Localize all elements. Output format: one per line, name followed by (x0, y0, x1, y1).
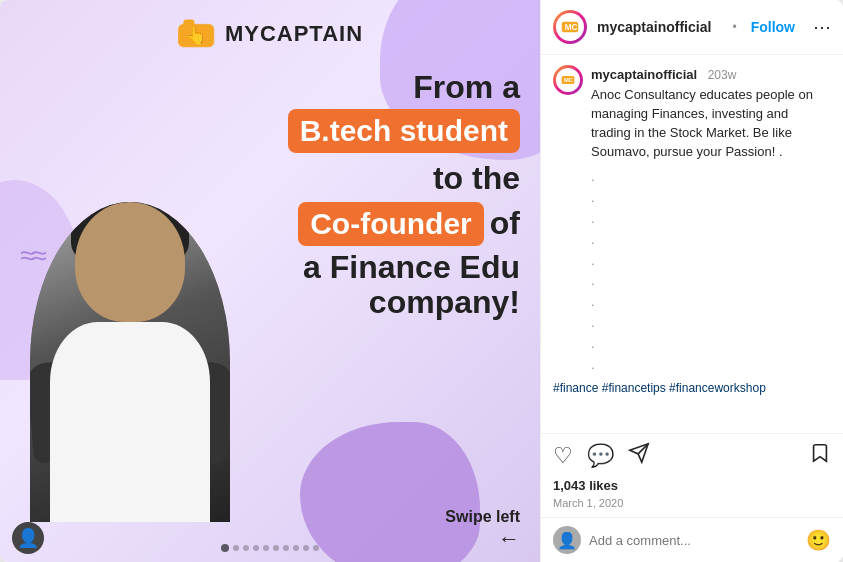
wavy-decoration: ≈≈ (20, 240, 43, 272)
post-highlight-1: B.tech student (288, 109, 520, 153)
actions-bar: ♡ 💬 (541, 433, 843, 476)
swipe-left-text: Swipe left (445, 508, 520, 526)
post-line-3: of (490, 205, 520, 242)
swipe-left-area: Swipe left ← (445, 508, 520, 552)
caption-username[interactable]: mycaptainofficial (591, 67, 697, 82)
svg-text:MC: MC (565, 23, 578, 32)
caption-user-row: MC mycaptainofficial 203w Anoc Consultan… (553, 65, 831, 161)
carousel-dots (221, 544, 319, 552)
header-username[interactable]: mycaptainofficial (597, 19, 718, 35)
header-avatar-inner: MC (556, 13, 584, 41)
post-line-5: company! (288, 285, 520, 320)
person-figure (30, 202, 230, 522)
caption-body: Anoc Consultancy educates people on mana… (591, 86, 831, 161)
comment-avatar-icon: 👤 (557, 531, 577, 550)
dot-9[interactable] (303, 545, 309, 551)
caption-logo-small: MC (561, 73, 575, 87)
bookmark-svg-icon (809, 442, 831, 464)
person-torso (50, 322, 210, 522)
comment-user-avatar: 👤 (553, 526, 581, 554)
logo-text: MYCAPTAIN (225, 21, 363, 47)
more-options-icon[interactable]: ⋯ (805, 16, 831, 38)
post-line-4: a Finance Edu (288, 250, 520, 285)
follow-button[interactable]: Follow (751, 19, 795, 35)
comment-input[interactable] (589, 533, 798, 548)
logo-area: 👆 MYCAPTAIN (177, 18, 363, 50)
instagram-card: ≈≈ 👆 MYCAPTAIN From a B.tech student to … (0, 0, 843, 562)
arrow-left-icon: ← (498, 526, 520, 551)
user-avatar-bottom[interactable]: 👤 (12, 522, 44, 554)
caption-age: 203w (708, 68, 737, 82)
dot-4[interactable] (253, 545, 259, 551)
user-avatar-icon: 👤 (17, 527, 39, 549)
dot-7[interactable] (283, 545, 289, 551)
caption-text-block: mycaptainofficial 203w Anoc Consultancy … (591, 65, 831, 161)
svg-text:👆: 👆 (185, 24, 207, 46)
right-panel: MC mycaptainofficial • Follow ⋯ MC (540, 0, 843, 562)
post-line-2: to the (288, 159, 520, 197)
dot-8[interactable] (293, 545, 299, 551)
likes-count: 1,043 likes (541, 476, 843, 497)
person-head (75, 202, 185, 322)
post-text-overlay: From a B.tech student to the Co-founder … (288, 70, 520, 320)
logo-icon: 👆 (177, 18, 217, 50)
emoji-icon[interactable]: 🙂 (806, 528, 831, 552)
dot-5[interactable] (263, 545, 269, 551)
post-highlight-2: Co-founder (298, 202, 484, 246)
caption-area: MC mycaptainofficial 203w Anoc Consultan… (541, 55, 843, 433)
post-header: MC mycaptainofficial • Follow ⋯ (541, 0, 843, 55)
like-icon[interactable]: ♡ (553, 443, 573, 469)
mycaptain-logo-small: MC (561, 18, 579, 36)
hashtags[interactable]: #finance #financetips #financeworkshop (553, 379, 831, 397)
share-icon[interactable] (628, 442, 650, 470)
person-body-shape (30, 202, 230, 522)
bookmark-icon[interactable] (809, 442, 831, 470)
post-date: March 1, 2020 (541, 497, 843, 517)
caption-avatar[interactable]: MC (553, 65, 583, 95)
dot-3[interactable] (243, 545, 249, 551)
dot-6[interactable] (273, 545, 279, 551)
dot-2[interactable] (233, 545, 239, 551)
post-image: ≈≈ 👆 MYCAPTAIN From a B.tech student to … (0, 0, 540, 562)
post-line-1: From a (288, 70, 520, 105)
post-cofounder-row: Co-founder of (288, 202, 520, 246)
dot-10[interactable] (313, 545, 319, 551)
share-svg-icon (628, 442, 650, 464)
svg-text:MC: MC (564, 77, 574, 83)
comment-input-row: 👤 🙂 (541, 517, 843, 562)
comment-icon[interactable]: 💬 (587, 443, 614, 469)
header-separator: • (732, 20, 736, 34)
dot-1[interactable] (221, 544, 229, 552)
caption-avatar-inner: MC (556, 68, 580, 92)
dots-separator: .......... (553, 167, 831, 375)
header-avatar[interactable]: MC (553, 10, 587, 44)
